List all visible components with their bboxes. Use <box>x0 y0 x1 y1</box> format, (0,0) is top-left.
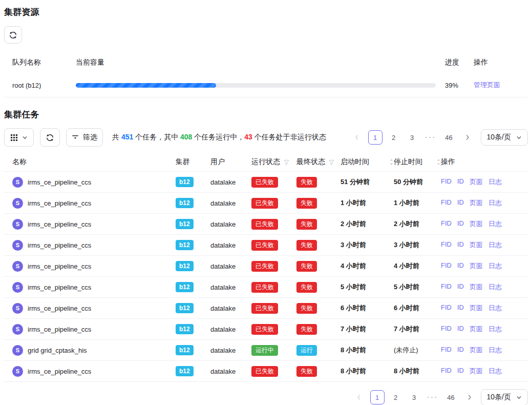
op-link-log[interactable]: 日志 <box>488 240 502 250</box>
pagination-next[interactable] <box>460 130 475 145</box>
start-time: 7 小时前 <box>341 325 394 334</box>
pagination-ellipsis[interactable]: ··· <box>425 393 440 402</box>
op-link-page[interactable]: 页面 <box>470 303 483 313</box>
op-link-page[interactable]: 页面 <box>470 177 483 187</box>
spark-avatar: S <box>12 177 23 188</box>
capacity-progress-fill <box>76 83 216 88</box>
op-link-id[interactable]: ID <box>457 240 464 250</box>
pagination-page-46[interactable]: 46 <box>442 130 456 145</box>
run-status-filter-icon[interactable] <box>283 159 290 166</box>
run-status-badge: 已失败 <box>251 303 278 314</box>
cluster-badge: b12 <box>176 219 194 229</box>
op-link-id[interactable]: ID <box>457 303 464 313</box>
row-actions: FIDID页面日志 <box>441 177 520 187</box>
op-link-id[interactable]: ID <box>457 219 464 229</box>
tasks-refresh-button[interactable] <box>40 128 60 147</box>
op-link-id[interactable]: ID <box>457 177 464 187</box>
pagination-prev[interactable] <box>352 390 366 404</box>
op-link-log[interactable]: 日志 <box>488 198 502 208</box>
op-link-id[interactable]: ID <box>457 325 464 334</box>
spark-avatar: S <box>12 198 23 209</box>
op-link-page[interactable]: 页面 <box>470 240 483 250</box>
chevron-down-icon <box>22 135 28 140</box>
cluster-badge: b12 <box>176 345 194 355</box>
task-name: grid grid_cptask_his <box>28 347 87 354</box>
user-name: datalake <box>210 241 251 249</box>
run-status-badge: 已失败 <box>251 282 278 293</box>
op-link-log[interactable]: 日志 <box>488 325 502 334</box>
cluster-badge: b12 <box>176 282 194 292</box>
op-link-log[interactable]: 日志 <box>488 219 502 229</box>
sort-icon <box>389 158 394 166</box>
queue-table: 队列名称 当前容量 进度 操作 root (b12) 39% 管理页面 <box>4 52 528 97</box>
task-table: 名称 集群 用户 运行状态 最终状态 启动时间 停止时间 <box>4 153 528 382</box>
op-link-log[interactable]: 日志 <box>488 346 502 355</box>
op-link-fid[interactable]: FID <box>441 198 452 208</box>
op-link-fid[interactable]: FID <box>441 282 452 292</box>
resources-refresh-button[interactable] <box>4 26 22 44</box>
cluster-resources-section: 集群资源 队列名称 当前容量 进度 操作 root (b12) 39% 管理页面 <box>4 6 528 97</box>
spark-avatar: S <box>12 324 23 335</box>
pagination-page-3[interactable]: 3 <box>405 130 419 145</box>
op-link-fid[interactable]: FID <box>441 261 452 271</box>
op-link-fid[interactable]: FID <box>441 367 452 376</box>
row-actions: FIDID页面日志 <box>441 367 520 376</box>
filter-button[interactable]: 筛选 <box>66 128 103 147</box>
op-link-page[interactable]: 页面 <box>470 282 483 292</box>
op-link-log[interactable]: 日志 <box>488 282 502 292</box>
op-link-id[interactable]: ID <box>457 261 464 271</box>
pagination-page-2[interactable]: 2 <box>389 390 403 404</box>
final-status-badge: 失败 <box>296 219 317 230</box>
op-link-fid[interactable]: FID <box>441 346 452 355</box>
task-name: irms_ce_pipeline_ccs <box>28 326 91 333</box>
filter-funnel-icon <box>328 159 335 166</box>
cluster-badge: b12 <box>176 303 194 313</box>
final-status-filter-icon[interactable] <box>328 159 335 166</box>
op-link-log[interactable]: 日志 <box>488 367 502 376</box>
user-name: datalake <box>210 305 251 312</box>
op-link-log[interactable]: 日志 <box>488 261 502 271</box>
op-link-log[interactable]: 日志 <box>488 303 502 313</box>
pagination-prev[interactable] <box>350 130 364 145</box>
op-link-page[interactable]: 页面 <box>470 346 483 355</box>
op-link-page[interactable]: 页面 <box>470 367 483 376</box>
user-name: datalake <box>210 326 251 333</box>
op-link-fid[interactable]: FID <box>441 240 452 250</box>
pagination-page-46[interactable]: 46 <box>444 390 458 404</box>
op-link-page[interactable]: 页面 <box>470 219 483 229</box>
task-row: S irms_ce_pipeline_ccs b12 datalake 已失败 … <box>4 298 528 319</box>
op-link-log[interactable]: 日志 <box>488 177 502 187</box>
pagination-page-1[interactable]: 1 <box>368 130 382 145</box>
column-settings-button[interactable] <box>4 128 34 147</box>
op-link-fid[interactable]: FID <box>441 325 452 334</box>
op-link-id[interactable]: ID <box>457 282 464 292</box>
pagination-page-2[interactable]: 2 <box>387 130 401 145</box>
stop-time-sort-icon[interactable] <box>436 158 441 166</box>
op-link-page[interactable]: 页面 <box>470 261 483 271</box>
stop-time: 6 小时前 <box>394 303 441 313</box>
summary-text: 共 <box>112 133 121 141</box>
final-status-badge: 失败 <box>296 261 317 272</box>
manage-page-link[interactable]: 管理页面 <box>474 81 500 89</box>
pagination-next[interactable] <box>462 390 477 404</box>
start-time-sort-icon[interactable] <box>389 158 394 166</box>
pagination-ellipsis[interactable]: ··· <box>423 133 438 142</box>
row-actions: FIDID页面日志 <box>441 261 520 271</box>
cluster-badge: b12 <box>176 177 194 187</box>
op-link-fid[interactable]: FID <box>441 303 452 313</box>
pagination-page-1[interactable]: 1 <box>370 390 385 404</box>
op-link-fid[interactable]: FID <box>441 177 452 187</box>
op-link-id[interactable]: ID <box>457 367 464 376</box>
pagination-page-3[interactable]: 3 <box>407 390 421 404</box>
summary-count: 43 <box>244 133 252 141</box>
op-link-fid[interactable]: FID <box>441 219 452 229</box>
col-cluster: 集群 <box>176 157 210 167</box>
filter-icon <box>72 134 79 141</box>
page-size-select[interactable]: 10条/页 <box>481 129 528 146</box>
op-link-page[interactable]: 页面 <box>470 198 483 208</box>
op-link-page[interactable]: 页面 <box>470 325 483 334</box>
op-link-id[interactable]: ID <box>457 198 464 208</box>
op-link-id[interactable]: ID <box>457 346 464 355</box>
page-size-select[interactable]: 10条/页 <box>481 389 528 405</box>
refresh-icon <box>46 133 54 142</box>
